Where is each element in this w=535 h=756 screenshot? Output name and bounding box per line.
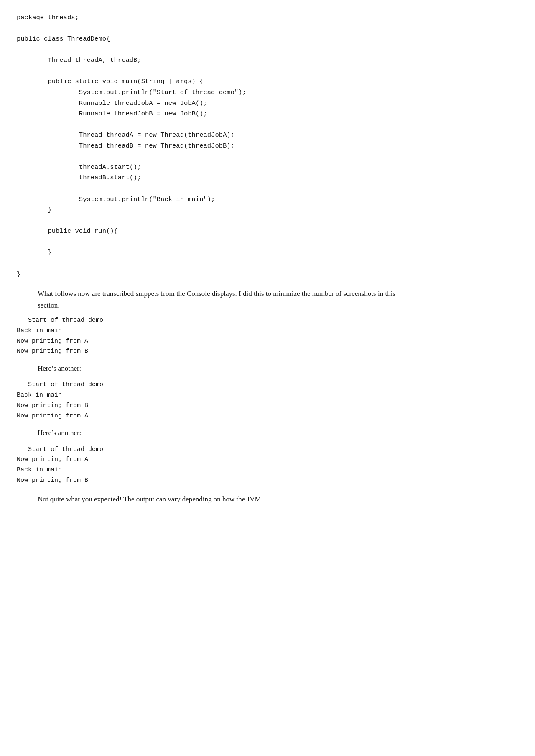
main-code-block: package threads; public class ThreadDemo… (17, 13, 518, 280)
console-run-1: Start of thread demo Back in main Now pr… (17, 316, 518, 357)
console-run-2: Start of thread demo Back in main Now pr… (17, 380, 518, 421)
intro-paragraph: What follows now are transcribed snippet… (38, 288, 414, 311)
console-output-2: Start of thread demo Back in main Now pr… (17, 380, 518, 421)
heres-another-label-2: Here’s another: (38, 427, 518, 438)
console-output-1: Start of thread demo Back in main Now pr… (17, 316, 518, 357)
console-output-3: Start of thread demo Now printing from A… (17, 445, 518, 486)
console-run-3: Start of thread demo Now printing from A… (17, 445, 518, 486)
heres-another-1-section: Here’s another: (17, 363, 518, 374)
code-section: package threads; public class ThreadDemo… (17, 13, 518, 280)
closing-paragraph: Not quite what you expected! The output … (38, 494, 414, 505)
heres-another-label-1: Here’s another: (38, 363, 518, 374)
heres-another-2-section: Here’s another: (17, 427, 518, 438)
